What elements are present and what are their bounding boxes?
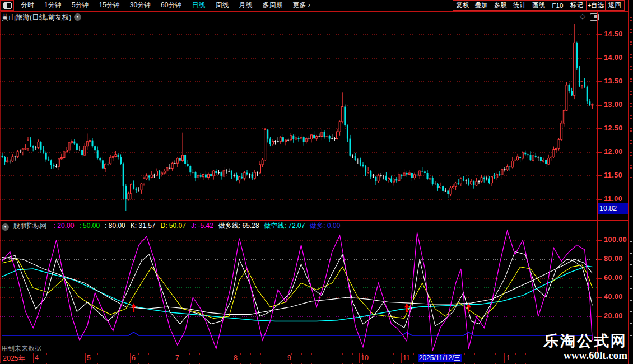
price-tick (598, 81, 602, 82)
week-tick (342, 353, 343, 355)
week-tick (169, 353, 169, 355)
toolbar-button-F10[interactable]: F10 (548, 0, 567, 11)
price-label: 14.00 (604, 54, 623, 62)
week-tick (210, 353, 210, 355)
menu-item-分时[interactable]: 分时 (16, 1, 39, 10)
indicator-value: 做多: 0.00 (310, 222, 340, 230)
menu-item-5分钟[interactable]: 5分钟 (67, 1, 94, 10)
menu-item-周线[interactable]: 周线 (210, 1, 234, 10)
menu-item-30分钟[interactable]: 30分钟 (125, 1, 156, 10)
watermark-url: www.60lt.com (543, 349, 627, 362)
menu-item-日线[interactable]: 日线 (187, 1, 210, 10)
menu-item-60分钟[interactable]: 60分钟 (156, 1, 187, 10)
price-highlight-badge: 10.82 (598, 203, 629, 214)
month-separator (286, 353, 286, 363)
indicator-panel[interactable] (0, 231, 597, 343)
month-separator (85, 353, 86, 363)
week-tick (148, 353, 149, 355)
sidebar-toggle-icon (3, 2, 12, 9)
chevron-down-icon[interactable]: ▾ (74, 13, 81, 21)
crosshair-date-badge: 2025/11/12/三 (418, 354, 462, 362)
toolbar-button-标记[interactable]: 标记 (567, 0, 587, 11)
title-row: 黄山旅游(日线.前复权) ▾ ◇ (0, 11, 629, 22)
toolbar-button-叠加[interactable]: 叠加 (472, 0, 491, 11)
candlestick-chart[interactable] (0, 22, 597, 220)
week-tick (393, 353, 394, 355)
candlestick-panel[interactable] (0, 22, 597, 220)
week-tick (271, 353, 271, 355)
week-tick (138, 353, 139, 355)
price-label: 13.50 (604, 77, 623, 85)
diamond-icon[interactable]: ◇ (580, 12, 585, 20)
month-separator (359, 353, 360, 363)
month-label: 2025年 (3, 354, 25, 363)
indicator-value: 做空线: 72.07 (264, 222, 305, 230)
week-tick (220, 353, 220, 355)
week-tick (97, 353, 98, 355)
toolbar-button-多股[interactable]: 多股 (491, 0, 510, 11)
price-tick (598, 152, 602, 153)
future-data-note: 用到未来数据 (1, 344, 41, 353)
watermark: 乐淘公式网 www.60lt.com (543, 333, 627, 362)
week-tick (108, 353, 108, 355)
menu-item-月线[interactable]: 月线 (234, 1, 257, 10)
chevron-down-icon[interactable]: ▾ (2, 223, 9, 231)
menu-item-1分钟[interactable]: 1分钟 (39, 1, 67, 10)
indicator-tick (598, 297, 602, 298)
week-tick (118, 353, 118, 355)
week-tick (250, 353, 251, 355)
price-label: 12.00 (604, 148, 623, 156)
week-tick (260, 353, 261, 355)
app-window: 分时1分钟5分钟15分钟30分钟60分钟日线周线月线多周期更多 › 复权叠加多股… (0, 0, 633, 364)
price-tick (598, 175, 602, 176)
indicator-label: 100.00 (604, 236, 627, 244)
week-tick (77, 353, 77, 355)
indicator-value: K: 31.57 (131, 222, 156, 230)
week-tick (352, 353, 353, 355)
top-menubar: 分时1分钟5分钟15分钟30分钟60分钟日线周线月线多周期更多 › 复权叠加多股… (0, 0, 633, 12)
price-label: 12.50 (604, 124, 623, 132)
month-separator (33, 353, 34, 363)
toolbar-button-返回[interactable]: 返回 (605, 0, 625, 11)
week-tick (464, 353, 465, 355)
month-separator (130, 353, 131, 363)
week-tick (199, 353, 200, 355)
toolbar-button-+自选[interactable]: +自选 (586, 0, 606, 11)
price-tick (598, 128, 602, 129)
week-tick (413, 353, 414, 355)
week-tick (515, 353, 516, 355)
week-tick (332, 353, 332, 355)
toolbar-button-画线[interactable]: 画线 (529, 0, 548, 11)
week-tick (322, 353, 322, 355)
month-label: 11 (403, 354, 410, 362)
price-label: 11.50 (604, 171, 622, 179)
stock-title: 黄山旅游(日线.前复权) (2, 13, 71, 22)
indicator-tick (598, 240, 602, 241)
week-tick (46, 353, 47, 355)
month-label: 6 (132, 354, 136, 362)
indicator-chart[interactable] (0, 231, 597, 343)
week-tick (311, 353, 312, 355)
week-tick (57, 353, 57, 355)
month-label: 10 (361, 354, 369, 362)
menu-item-更多 ›[interactable]: 更多 › (287, 1, 315, 10)
indicator-tick (598, 259, 602, 260)
menu-item-多周期[interactable]: 多周期 (257, 1, 287, 10)
week-tick (383, 353, 383, 355)
period-menu: 分时1分钟5分钟15分钟30分钟60分钟日线周线月线多周期更多 › (16, 0, 315, 11)
toolbar-button-统计[interactable]: 统计 (510, 0, 529, 11)
toolbar-button-复权[interactable]: 复权 (453, 0, 472, 11)
month-label: 1 (506, 354, 510, 362)
indicator-value: J: -5.42 (191, 222, 213, 230)
price-highlight-value: 10.82 (599, 204, 617, 212)
week-tick (26, 353, 26, 355)
indicator-value: 做多线: 65.28 (218, 222, 259, 230)
indicator-tick (598, 316, 602, 317)
menu-item-15分钟[interactable]: 15分钟 (94, 1, 124, 10)
layout-toggle-button[interactable] (0, 0, 14, 11)
clipped-side-panel (628, 0, 633, 364)
month-label: 7 (175, 354, 179, 362)
price-tick (598, 105, 602, 106)
week-tick (281, 353, 281, 355)
indicator-label: 80.00 (604, 255, 623, 263)
